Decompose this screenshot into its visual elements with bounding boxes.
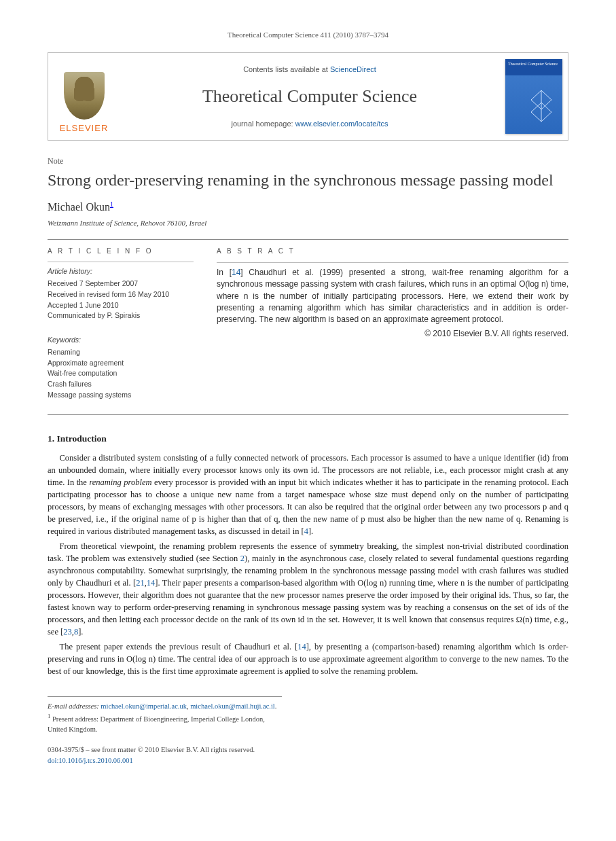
abstract-copyright: © 2010 Elsevier B.V. All rights reserved…: [217, 327, 568, 340]
divider-mid: [48, 414, 568, 415]
body-section: 1. Introduction Consider a distributed s…: [48, 433, 568, 678]
p2-ref-link-a[interactable]: 21: [136, 578, 145, 588]
abs-pre: In [: [217, 268, 232, 277]
journal-cover-thumbnail: Theoretical Computer Science: [505, 59, 562, 134]
journal-homepage-link[interactable]: www.elsevier.com/locate/tcs: [295, 120, 388, 128]
keyword-item: Approximate agreement: [48, 358, 194, 369]
email-footnote: E-mail addresses: michael.okun@imperial.…: [48, 701, 282, 712]
address-footnote: 1 Present address: Department of Bioengi…: [48, 712, 282, 735]
info-abstract-row: A R T I C L E I N F O Article history: R…: [48, 247, 568, 410]
keywords-block: Keywords: Renaming Approximate agreement…: [48, 331, 194, 401]
email-label: E-mail addresses:: [48, 702, 99, 710]
intro-paragraph-3: The present paper extends the previous r…: [48, 641, 568, 677]
running-head: Theoretical Computer Science 411 (2010) …: [48, 30, 568, 40]
front-matter-line: 0304-3975/$ – see front matter © 2010 El…: [48, 745, 568, 755]
article-type-label: Note: [48, 156, 568, 167]
footnote-text: Present address: Department of Bioengine…: [48, 715, 265, 734]
publisher-block: ELSEVIER: [48, 53, 120, 140]
abs-post: ] Chaudhuri et al. (1999) presented a st…: [217, 268, 568, 325]
abstract-heading: A B S T R A C T: [217, 247, 568, 257]
keyword-item: Renaming: [48, 347, 194, 358]
publisher-name: ELSEVIER: [60, 122, 109, 135]
cover-graphic-icon: [524, 88, 558, 128]
history-revised: Received in revised form 16 May 2010: [48, 289, 194, 300]
contents-available-line: Contents lists available at ScienceDirec…: [124, 65, 496, 75]
p3-ref-link[interactable]: 14: [297, 642, 306, 651]
sciencedirect-link[interactable]: ScienceDirect: [330, 65, 376, 73]
author-affiliation: Weizmann Institute of Science, Rehovot 7…: [48, 218, 568, 228]
doi-label[interactable]: doi:: [48, 757, 58, 764]
p1-em: renaming problem: [89, 478, 151, 487]
journal-masthead: ELSEVIER Contents lists available at Sci…: [48, 52, 568, 141]
abstract-column: A B S T R A C T In [14] Chaudhuri et al.…: [217, 247, 568, 410]
p2-ref-link-b[interactable]: 14: [147, 578, 156, 588]
email-link-2[interactable]: michael.okun@mail.huji.ac.il: [190, 702, 275, 710]
elsevier-tree-icon: [64, 72, 105, 120]
history-received: Received 7 September 2007: [48, 279, 194, 289]
section-heading-introduction: 1. Introduction: [48, 433, 568, 446]
p2-d: ].: [78, 627, 83, 637]
masthead-center: Contents lists available at ScienceDirec…: [120, 53, 500, 140]
abstract-text: In [14] Chaudhuri et al. (1999) presente…: [217, 262, 568, 340]
history-communicated: Communicated by P. Spirakis: [48, 310, 194, 321]
article-title: Strong order-preserving renaming in the …: [48, 170, 568, 190]
article-history-block: Article history: Received 7 September 20…: [48, 262, 194, 321]
page-footer: 0304-3975/$ – see front matter © 2010 El…: [48, 745, 568, 766]
journal-homepage-line: journal homepage: www.elsevier.com/locat…: [124, 119, 496, 129]
abs-ref-link[interactable]: 14: [232, 268, 240, 277]
journal-name: Theoretical Computer Science: [124, 84, 496, 109]
author-footnote-link[interactable]: 1: [110, 200, 113, 208]
history-label: Article history:: [48, 266, 194, 277]
contents-prefix: Contents lists available at: [243, 65, 330, 73]
author-name: Michael Okun1: [48, 200, 568, 215]
email-end: .: [275, 702, 277, 710]
cover-title: Theoretical Computer Science: [508, 62, 560, 67]
divider-top: [48, 239, 568, 240]
article-info-heading: A R T I C L E I N F O: [48, 247, 194, 256]
cover-thumb-holder: Theoretical Computer Science: [500, 53, 568, 140]
footnotes: E-mail addresses: michael.okun@imperial.…: [48, 696, 282, 735]
doi-line: doi:10.1016/j.tcs.2010.06.001: [48, 755, 568, 766]
p2-ref-link-c[interactable]: 23: [63, 627, 72, 637]
keyword-item: Crash failures: [48, 379, 194, 390]
keywords-label: Keywords:: [48, 335, 194, 346]
article-info-column: A R T I C L E I N F O Article history: R…: [48, 247, 194, 410]
p1-c: ].: [308, 526, 313, 536]
intro-paragraph-1: Consider a distributed system consisting…: [48, 452, 568, 537]
intro-paragraph-2: From theoretical viewpoint, the renaming…: [48, 540, 568, 638]
email-link-1[interactable]: michael.okun@imperial.ac.uk: [101, 702, 187, 710]
homepage-prefix: journal homepage:: [231, 120, 295, 128]
keyword-item: Message passing systems: [48, 390, 194, 401]
author-text: Michael Okun: [48, 202, 110, 213]
p3-a: The present paper extends the previous r…: [60, 642, 298, 651]
doi-link[interactable]: 10.1016/j.tcs.2010.06.001: [58, 757, 132, 764]
keyword-item: Wait-free computation: [48, 368, 194, 379]
history-accepted: Accepted 1 June 2010: [48, 300, 194, 311]
